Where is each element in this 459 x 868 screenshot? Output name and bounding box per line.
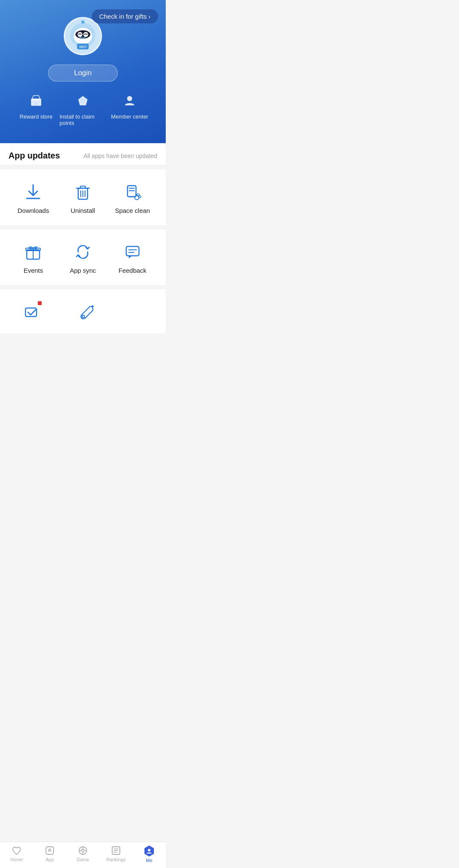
- uninstall-label: Uninstall: [71, 207, 95, 214]
- feedback-label: Feedback: [119, 267, 147, 274]
- svg-point-4: [83, 32, 88, 37]
- voucher-icon: [21, 301, 42, 322]
- bottom-partial-section: [0, 289, 166, 334]
- person-icon: [123, 94, 136, 110]
- space-clean-label: Space clean: [115, 207, 150, 214]
- download-icon: [23, 181, 44, 203]
- quick-links: Reward store Install to claim points Mem…: [8, 94, 157, 126]
- feedback-icon: [122, 241, 143, 263]
- login-label: Login: [74, 69, 92, 77]
- bottom-partial-row: [0, 297, 166, 330]
- svg-rect-45: [26, 308, 37, 317]
- svg-point-38: [139, 196, 141, 198]
- svg-text:vivo: vivo: [80, 46, 84, 48]
- svg-rect-10: [71, 33, 74, 38]
- vouchers-item[interactable]: [17, 301, 47, 322]
- check-in-label: Check in for gifts: [99, 13, 147, 20]
- svg-rect-19: [34, 102, 38, 106]
- login-button[interactable]: Login: [48, 65, 118, 82]
- svg-point-5: [79, 37, 81, 38]
- events-item[interactable]: Events: [8, 241, 58, 274]
- check-in-button[interactable]: Check in for gifts ›: [92, 9, 158, 23]
- events-label: Events: [23, 267, 43, 274]
- svg-rect-42: [126, 246, 139, 256]
- svg-rect-28: [80, 186, 85, 188]
- svg-point-6: [81, 37, 82, 38]
- chevron-right-icon: ›: [148, 13, 150, 20]
- clean-icon: [122, 181, 143, 203]
- reward-store-label: Reward store: [20, 113, 52, 120]
- downloads-item[interactable]: Downloads: [8, 181, 58, 214]
- grid-section-1: Downloads Uninstall: [0, 170, 166, 225]
- robot-mascot-icon: vivo: [66, 20, 99, 53]
- svg-rect-11: [92, 33, 95, 38]
- app-sync-label: App sync: [70, 267, 96, 274]
- nav-spacer: [0, 334, 166, 363]
- member-center-link[interactable]: Member center: [106, 94, 153, 126]
- uninstall-item[interactable]: Uninstall: [58, 181, 108, 214]
- feedback-item[interactable]: Feedback: [108, 241, 157, 274]
- wrench-icon: [76, 301, 98, 322]
- notification-dot: [38, 301, 42, 305]
- grid-row-2: Events App sync: [0, 237, 166, 282]
- space-clean-item[interactable]: Space clean: [108, 181, 157, 214]
- svg-point-9: [84, 37, 85, 38]
- app-sync-item[interactable]: App sync: [58, 241, 108, 274]
- grid-section-2: Events App sync: [0, 229, 166, 285]
- svg-point-46: [82, 315, 85, 318]
- app-updates-section: App updates All apps have been updated: [0, 143, 166, 165]
- diamond-icon: [76, 94, 89, 110]
- install-points-link[interactable]: Install to claim points: [60, 94, 106, 126]
- grid-row-1: Downloads Uninstall: [0, 177, 166, 222]
- sync-icon: [72, 241, 94, 263]
- trash-icon: [72, 181, 94, 203]
- svg-point-8: [83, 37, 84, 38]
- wrench-item[interactable]: [72, 301, 102, 322]
- svg-point-23: [127, 96, 132, 101]
- app-updates-status: All apps have been updated: [83, 153, 157, 159]
- divider: [0, 165, 166, 165]
- downloads-label: Downloads: [17, 207, 49, 214]
- header: Check in for gifts ›: [0, 0, 166, 143]
- gift-icon: [23, 241, 44, 263]
- svg-rect-18: [33, 99, 40, 100]
- svg-point-7: [82, 37, 83, 39]
- install-points-label: Install to claim points: [60, 113, 106, 126]
- svg-point-13: [81, 20, 85, 24]
- svg-point-3: [77, 32, 82, 37]
- member-center-label: Member center: [111, 113, 148, 120]
- reward-store-link[interactable]: Reward store: [13, 94, 60, 126]
- store-icon: [30, 94, 42, 110]
- app-updates-title: App updates: [8, 151, 60, 161]
